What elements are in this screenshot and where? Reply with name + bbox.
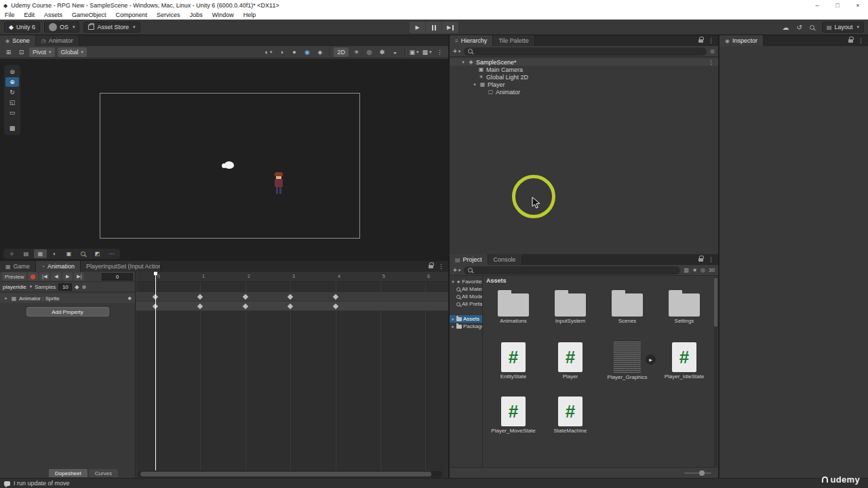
shading-mode-icon[interactable]: ◐	[263, 47, 273, 57]
point-icon[interactable]: ●	[289, 47, 299, 57]
add-event-icon[interactable]: ⊕	[81, 284, 86, 290]
step-button[interactable]: ▶	[442, 22, 458, 33]
search-icon[interactable]	[810, 25, 814, 30]
current-frame-field[interactable]: 0	[102, 273, 133, 281]
audio-toggle-icon[interactable]: ◎	[364, 47, 374, 57]
cloud-icon[interactable]: ☁	[783, 24, 789, 31]
tab-input-actions[interactable]: PlayerInputSet (Input Actions Ed	[81, 261, 161, 272]
menu-component[interactable]: Component	[111, 11, 153, 19]
transform-tool-button[interactable]: ▩	[5, 123, 19, 133]
player-sprite[interactable]	[273, 172, 284, 195]
tree-item-packages[interactable]: ▸ Packages	[450, 323, 482, 330]
expand-arrow-icon[interactable]: ▾	[460, 60, 466, 65]
kebab-menu-icon[interactable]: ⋮	[708, 256, 714, 263]
expand-asset-icon[interactable]	[646, 354, 656, 365]
next-key-button[interactable]: ▶|	[74, 272, 84, 281]
blob-sprite[interactable]	[224, 161, 234, 169]
asset-animations[interactable]: Animations	[485, 285, 542, 340]
add-property-button[interactable]: Add Property	[26, 307, 109, 317]
gizmos-dropdown-icon[interactable]: ▦	[422, 47, 432, 57]
project-content[interactable]: Assets Animations InputSystem Scenes	[483, 276, 718, 467]
grid-axis-icon[interactable]: ▦	[34, 249, 47, 258]
lock-icon[interactable]	[429, 265, 433, 268]
kebab-menu-icon[interactable]: ⋮	[858, 37, 864, 44]
menu-help[interactable]: Help	[239, 11, 261, 19]
minimize-button[interactable]: –	[807, 0, 827, 11]
project-vscrollbar[interactable]	[714, 277, 717, 466]
scene-toolbar-kebab-icon[interactable]: ⋮	[435, 47, 445, 57]
thumbnail-zoom-slider[interactable]	[684, 472, 711, 474]
project-search-input[interactable]	[464, 266, 680, 274]
add-keyframe-icon[interactable]: ◆	[75, 284, 79, 290]
prev-key-button[interactable]: ◀	[51, 272, 61, 281]
menu-services[interactable]: Services	[152, 11, 185, 19]
favorite-all-models[interactable]: All Models	[450, 293, 482, 300]
snap-increment-icon[interactable]: ⊡	[16, 47, 26, 57]
asset-player-movestate[interactable]: Player_MoveState	[485, 394, 542, 448]
grid-snap-icon[interactable]: ⊞	[3, 47, 14, 57]
favorite-all-materials[interactable]: All Materials	[450, 285, 482, 293]
wireframe-icon[interactable]: ◑	[276, 47, 286, 57]
expand-arrow-icon[interactable]: ▾	[472, 82, 477, 87]
scale-tool-button[interactable]: ◱	[5, 98, 19, 107]
record-button[interactable]	[28, 272, 38, 281]
tab-animator[interactable]: ◷ Animator	[36, 35, 79, 46]
search-by-type-icon[interactable]: ▥	[684, 267, 689, 273]
property-keyframe-icon[interactable]: ◆	[128, 296, 132, 301]
lock-icon[interactable]	[698, 39, 703, 43]
animated-property-row[interactable]: ▸ ▦ Animator : Sprite ◆	[0, 293, 135, 303]
effects-icon[interactable]: ✽	[377, 47, 387, 57]
lighting-2d-toggle-icon[interactable]: ◉	[302, 47, 312, 57]
tab-project[interactable]: ▤ Project	[450, 254, 488, 265]
rotate-tool-button[interactable]: ↻	[5, 87, 19, 97]
asset-statemachine[interactable]: StateMachine	[542, 394, 599, 448]
account-dropdown[interactable]: OS	[44, 22, 80, 33]
tab-animation[interactable]: ◔ Animation	[36, 261, 81, 272]
particles-icon[interactable]: ◈	[315, 47, 325, 57]
timeline-ruler[interactable]: 0 1 2 3 4 5 6	[136, 272, 448, 282]
overlay-more-icon[interactable]: ⋯	[105, 249, 118, 258]
preview-toggle[interactable]: Preview	[2, 272, 26, 281]
menu-gameobject[interactable]: GameObject	[67, 11, 111, 19]
kebab-menu-icon[interactable]: ⋮	[438, 263, 444, 270]
create-object-button[interactable]: +	[453, 47, 460, 55]
hierarchy-item-animator[interactable]: ▢ Animator	[450, 88, 718, 96]
scene-viewport[interactable]: ⊚ ⊕ ↻ ◱ ▭ ▩ ⊹ ▤ ▦ ◐ ▣ ◩ ⋯	[0, 59, 448, 261]
dopesheet-hscrollbar[interactable]	[138, 471, 442, 477]
hierarchy-item-main-camera[interactable]: ▣ Main Camera	[450, 66, 718, 73]
menu-edit[interactable]: Edit	[20, 11, 40, 19]
favorites-root[interactable]: ▾ ★ Favorites	[450, 278, 482, 285]
play-anim-button[interactable]: ▶	[62, 272, 73, 281]
scene-lighting-icon[interactable]: ☀	[351, 47, 361, 57]
layout-dropdown[interactable]: ▤ Layout	[822, 22, 864, 33]
asset-inputsystem[interactable]: InputSystem	[542, 285, 599, 340]
property-expand-arrow[interactable]: ▸	[3, 296, 9, 301]
view-2d-toggle[interactable]: 2D	[334, 47, 349, 57]
asset-scenes[interactable]: Scenes	[599, 285, 656, 340]
pivot-dropdown[interactable]: Pivot	[29, 47, 55, 57]
expand-arrow-icon[interactable]: ▾	[451, 279, 455, 285]
expand-arrow-icon[interactable]: ▸	[451, 324, 455, 329]
tab-game[interactable]: ▦ Game	[0, 261, 36, 272]
scene-options-icon[interactable]: ⋮	[708, 59, 718, 66]
visibility-icon[interactable]: ◒	[390, 47, 400, 57]
hierarchy-item-samplescene[interactable]: ▾ ◈ SampleScene* ⋮	[450, 58, 718, 66]
menu-assets[interactable]: Assets	[39, 11, 67, 19]
move-tool-button[interactable]: ⊕	[5, 77, 19, 87]
tree-item-assets[interactable]: ▸ Assets	[450, 315, 482, 323]
camera-settings-icon[interactable]: ▣	[409, 47, 419, 57]
tab-tile-palette[interactable]: Tile Palette	[493, 35, 535, 46]
tab-scene[interactable]: ◈ Scene	[0, 35, 36, 46]
expand-arrow-icon[interactable]: ▸	[451, 317, 455, 322]
overlay-search-icon[interactable]	[77, 249, 90, 258]
tab-inspector[interactable]: ◉ Inspector	[719, 35, 764, 46]
pause-button[interactable]	[426, 22, 442, 33]
overlay-capture-icon[interactable]: ◩	[91, 249, 104, 258]
menu-jobs[interactable]: Jobs	[185, 11, 208, 19]
close-button[interactable]: ×	[848, 0, 868, 11]
tab-hierarchy[interactable]: ≡ Hierarchy	[450, 35, 493, 46]
menu-window[interactable]: Window	[208, 11, 239, 19]
hierarchy-search-input[interactable]	[464, 47, 707, 56]
curves-tab[interactable]: Curves	[89, 469, 118, 477]
dopesheet-tab[interactable]: Dopesheet	[49, 469, 87, 477]
